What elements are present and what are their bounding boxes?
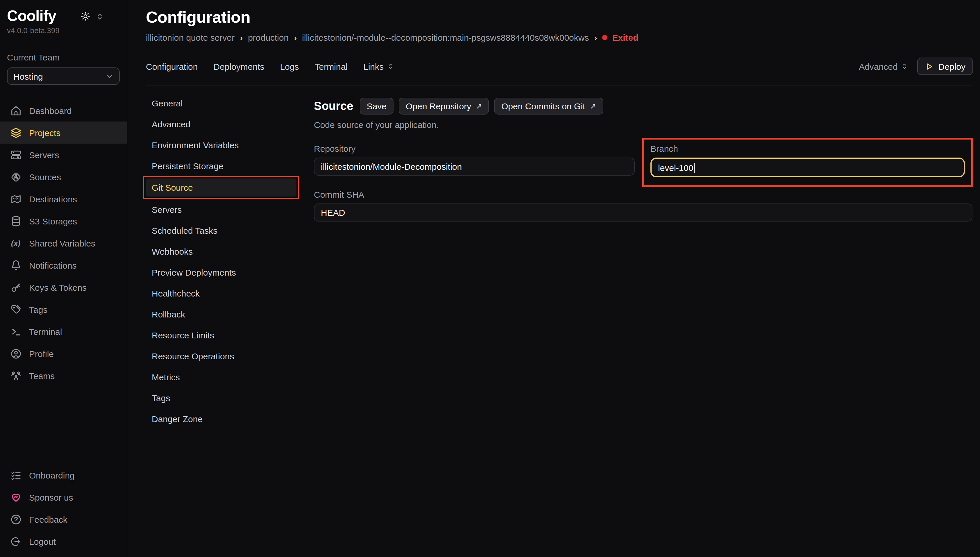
tag-icon <box>10 304 21 316</box>
subnav-item-healthcheck[interactable]: Healthcheck <box>146 283 299 303</box>
subnav-item-advanced[interactable]: Advanced <box>146 113 299 134</box>
terminal-icon <box>10 326 21 337</box>
chevrons-up-down-icon <box>901 62 908 70</box>
sidebar-item-label: Teams <box>29 371 55 381</box>
subnav-item-general[interactable]: General <box>146 93 299 113</box>
checklist-icon <box>10 469 21 481</box>
tabs-divider <box>146 85 973 85</box>
subnav-item-preview-deployments[interactable]: Preview Deployments <box>146 262 299 283</box>
source-form: Repository illicitestonion/Module-Decomp… <box>314 143 972 221</box>
subnav-item-resource-limits[interactable]: Resource Limits <box>146 324 299 345</box>
commit-sha-field-group: Commit SHA HEAD <box>314 189 972 221</box>
sidebar-item-sources[interactable]: Sources <box>0 166 127 188</box>
repository-input[interactable]: illicitestonion/Module-Decomposition <box>314 158 635 176</box>
sidebar-item-shared-variables[interactable]: (x) Shared Variables <box>0 232 127 254</box>
open-commits-button[interactable]: Open Commits on Git ↗ <box>494 98 603 114</box>
tab-terminal[interactable]: Terminal <box>315 61 348 71</box>
advanced-menu[interactable]: Advanced <box>859 61 908 71</box>
page-title: Configuration <box>146 8 973 27</box>
branch-input[interactable]: level-100 <box>650 158 965 178</box>
tab-links[interactable]: Links <box>363 61 394 71</box>
variables-icon: (x) <box>10 238 21 249</box>
tab-logs[interactable]: Logs <box>280 61 299 71</box>
open-repository-button[interactable]: Open Repository ↗ <box>399 98 489 114</box>
subnav-item-webhooks[interactable]: Webhooks <box>146 241 299 262</box>
app-logo: Coolify <box>7 8 56 24</box>
theme-sun-icon[interactable] <box>81 11 90 21</box>
heart-icon <box>10 491 21 503</box>
sidebar-item-label: Onboarding <box>29 470 75 480</box>
subnav-item-persistent-storage[interactable]: Persistent Storage <box>146 155 299 176</box>
sidebar-item-onboarding[interactable]: Onboarding <box>0 464 127 486</box>
tab-configuration[interactable]: Configuration <box>146 61 198 71</box>
sidebar-item-label: Terminal <box>29 327 62 337</box>
subnav-item-danger-zone[interactable]: Danger Zone <box>146 408 299 429</box>
sidebar-item-label: Feedback <box>29 514 67 524</box>
open-commits-label: Open Commits on Git <box>501 101 585 111</box>
status-badge: Exited <box>602 33 638 42</box>
sidebar-item-label: Shared Variables <box>29 238 95 248</box>
sidebar-item-keys-tokens[interactable]: Keys & Tokens <box>0 277 127 298</box>
sidebar-menu: Dashboard Projects Servers Sources Desti… <box>0 100 127 387</box>
sidebar-header: Coolify v4.0.0-beta.399 Current Team Hos… <box>0 0 127 85</box>
save-button[interactable]: Save <box>360 98 393 114</box>
subnav-item-git-source[interactable]: Git Source <box>146 179 296 197</box>
breadcrumb-separator-icon: › <box>294 33 297 42</box>
sidebar: Coolify v4.0.0-beta.399 Current Team Hos… <box>0 0 127 557</box>
sidebar-item-label: Notifications <box>29 261 76 270</box>
sidebar-item-label: S3 Storages <box>29 216 77 226</box>
commit-sha-input[interactable]: HEAD <box>314 204 972 221</box>
chevrons-up-down-icon <box>387 62 394 70</box>
sidebar-item-label: Tags <box>29 305 47 314</box>
status-dot-icon <box>602 35 608 40</box>
breadcrumb-project[interactable]: illicitonion quote server <box>146 33 234 42</box>
deploy-button[interactable]: Deploy <box>918 57 973 75</box>
users-icon <box>10 370 21 382</box>
logout-icon <box>10 536 21 547</box>
sidebar-item-label: Projects <box>29 128 60 138</box>
subnav-item-metrics[interactable]: Metrics <box>146 366 299 387</box>
sidebar-item-label: Logout <box>29 536 56 546</box>
sidebar-item-label: Keys & Tokens <box>29 283 87 292</box>
sidebar-item-terminal[interactable]: Terminal <box>0 321 127 343</box>
source-panel: Source Save Open Repository ↗ Open Commi… <box>314 93 973 429</box>
sidebar-item-servers[interactable]: Servers <box>0 144 127 166</box>
team-select[interactable]: Hosting <box>7 68 120 85</box>
open-repository-label: Open Repository <box>406 101 471 111</box>
theme-chevrons-icon[interactable] <box>96 12 104 21</box>
sidebar-item-destinations[interactable]: Destinations <box>0 188 127 210</box>
external-link-icon: ↗ <box>590 102 596 111</box>
branch-label: Branch <box>650 143 965 153</box>
sidebar-item-label: Sources <box>29 172 61 182</box>
sidebar-item-logout[interactable]: Logout <box>0 530 127 552</box>
breadcrumb-application[interactable]: illicitestonion/-module--decomposition:m… <box>302 33 589 42</box>
subnav-item-rollback[interactable]: Rollback <box>146 303 299 324</box>
sidebar-item-profile[interactable]: Profile <box>0 343 127 365</box>
tab-deployments[interactable]: Deployments <box>213 61 264 71</box>
text-cursor <box>694 163 695 173</box>
map-icon <box>10 193 21 205</box>
subnav-item-tags[interactable]: Tags <box>146 387 299 408</box>
commit-sha-label: Commit SHA <box>314 189 972 199</box>
sidebar-item-teams[interactable]: Teams <box>0 365 127 387</box>
source-heading: Source <box>314 99 353 113</box>
subnav-item-scheduled-tasks[interactable]: Scheduled Tasks <box>146 220 299 241</box>
play-icon <box>925 62 934 71</box>
sidebar-item-tags[interactable]: Tags <box>0 298 127 321</box>
sidebar-item-notifications[interactable]: Notifications <box>0 254 127 277</box>
sidebar-item-projects[interactable]: Projects <box>0 122 127 144</box>
tab-links-label: Links <box>363 61 384 71</box>
sidebar-item-s3-storages[interactable]: S3 Storages <box>0 210 127 232</box>
sidebar-item-dashboard[interactable]: Dashboard <box>0 100 127 122</box>
breadcrumb: illicitonion quote server › production ›… <box>146 33 973 42</box>
subnav-item-environment-variables[interactable]: Environment Variables <box>146 134 299 155</box>
sidebar-item-label: Servers <box>29 150 59 160</box>
sidebar-item-label: Destinations <box>29 194 77 204</box>
home-icon <box>10 105 21 117</box>
subnav-item-servers[interactable]: Servers <box>146 199 299 220</box>
breadcrumb-environment[interactable]: production <box>248 33 289 42</box>
sidebar-item-sponsor-us[interactable]: Sponsor us <box>0 486 127 508</box>
sidebar-item-feedback[interactable]: Feedback <box>0 508 127 530</box>
config-subnav: General Advanced Environment Variables P… <box>146 93 299 429</box>
subnav-item-resource-operations[interactable]: Resource Operations <box>146 345 299 366</box>
